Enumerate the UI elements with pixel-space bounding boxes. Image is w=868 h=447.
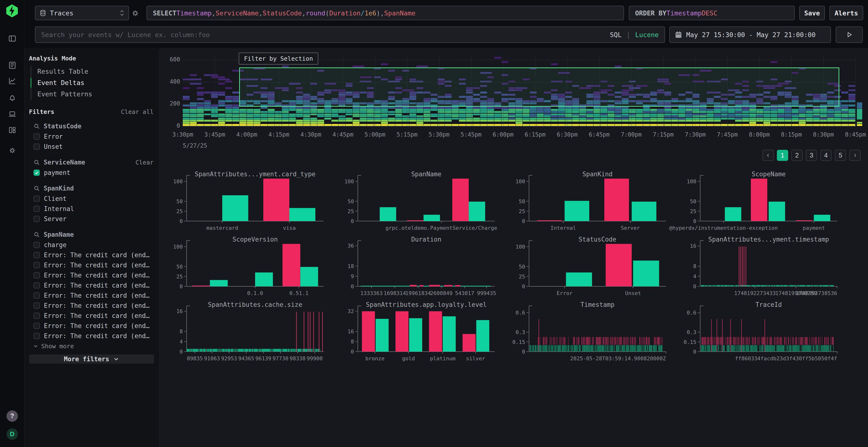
settings-gear-icon[interactable] xyxy=(8,146,17,155)
orderby-clause-editor[interactable]: ORDER BY Timestamp DESC xyxy=(629,6,795,20)
filter-option[interactable]: Error: The credit card (end… xyxy=(24,280,159,290)
dashboards-icon[interactable] xyxy=(8,126,17,134)
checkbox[interactable] xyxy=(33,252,40,258)
pagination-page-1[interactable]: 1 xyxy=(777,150,788,161)
filter-option-label: payment xyxy=(44,169,70,176)
pagination-page-3[interactable]: 3 xyxy=(806,150,817,161)
source-settings-gear-icon[interactable] xyxy=(131,9,140,18)
lang-toggle-sql[interactable]: SQL xyxy=(610,31,622,38)
date-range-picker[interactable]: May 27 15:30:00 - May 27 21:00:00 xyxy=(669,27,831,43)
filter-option[interactable]: Error: The credit card (end… xyxy=(24,331,159,341)
hyperdx-logo-icon[interactable] xyxy=(5,4,19,18)
filter-option[interactable]: Error xyxy=(24,132,159,142)
show-more-toggle[interactable]: Show more xyxy=(24,341,159,351)
delta-chart-TraceId[interactable]: TraceId00.150.30.6ff860334facdb23d3f430f… xyxy=(686,300,857,366)
delta-chart-SpanAttributes.app.loyalty.level[interactable]: SpanAttributes.app.loyalty.level081632br… xyxy=(343,300,515,366)
checkbox[interactable] xyxy=(33,206,40,212)
x-tick-label: 1698314 xyxy=(383,290,406,296)
delta-chart-ScopeName[interactable]: ScopeName02550100@hyperdx/instrumentatio… xyxy=(686,170,857,235)
search-logs-icon[interactable] xyxy=(8,61,17,70)
lang-toggle-lucene[interactable]: Lucene xyxy=(635,31,659,38)
alerts-button[interactable]: Alerts xyxy=(830,6,863,20)
filter-option[interactable]: Error: The credit card (end… xyxy=(24,260,159,270)
chart-title: Duration xyxy=(411,236,441,243)
delta-chart-Timestamp[interactable]: Timestamp00.150.30.62025-05-28T03:59:14.… xyxy=(515,300,686,366)
filter-option[interactable]: Error: The credit card (end… xyxy=(24,290,159,301)
clear-all-filters-link[interactable]: Clear all xyxy=(121,108,154,115)
more-filters-button[interactable]: More filters xyxy=(29,354,154,364)
checkbox[interactable] xyxy=(33,313,40,319)
sql-token: DESC xyxy=(702,9,717,17)
filter-option[interactable]: Internal xyxy=(24,204,159,214)
pagination-page-2[interactable]: 2 xyxy=(791,150,803,161)
bar-teal xyxy=(633,261,659,286)
delta-chart-SpanAttributes...yment.timestamp[interactable]: SpanAttributes...yment.timestamp04816174… xyxy=(686,235,857,300)
bar-teal xyxy=(409,318,422,352)
delta-chart-ScopeVersion[interactable]: ScopeVersion025501000.1.00.51.1 xyxy=(172,235,343,300)
pagination-prev-button[interactable] xyxy=(763,150,774,161)
user-avatar[interactable]: D xyxy=(6,428,18,440)
checkbox[interactable] xyxy=(33,323,40,329)
analysis-mode-event-deltas[interactable]: Event Deltas xyxy=(31,77,159,89)
filter-by-selection-tooltip[interactable]: Filter by Selection xyxy=(239,53,318,65)
checkbox-checked[interactable] xyxy=(33,170,40,176)
chart-title: SpanAttributes.app.loyalty.level xyxy=(366,301,487,308)
delta-chart-Duration[interactable]: Duration09183613333631698314199618342600… xyxy=(343,235,515,300)
heatmap-selection-box[interactable] xyxy=(239,67,839,107)
delta-chart-SpanAttributes...yment.card_type[interactable]: SpanAttributes...yment.card_type02550100… xyxy=(172,170,343,235)
checkbox[interactable] xyxy=(33,303,40,309)
chart-title: SpanName xyxy=(411,171,441,178)
filter-option[interactable]: charge xyxy=(24,240,159,250)
save-button[interactable]: Save xyxy=(799,6,825,20)
y-tick-label: 100 xyxy=(344,178,354,184)
checkbox[interactable] xyxy=(33,293,40,299)
filter-option-label: Error: The credit card (end… xyxy=(44,282,150,289)
filter-option[interactable]: Client xyxy=(24,194,159,204)
clear-filter-link[interactable]: Clear xyxy=(135,159,154,166)
heatmap-x-tick-label: 8:30pm xyxy=(807,131,840,138)
filter-option[interactable]: Error: The credit card (end… xyxy=(24,270,159,280)
checkbox[interactable] xyxy=(33,282,40,288)
delta-chart-StatusCode[interactable]: StatusCode02550100ErrorUnset xyxy=(515,235,686,300)
heatmap-x-tick-label: 6:00pm xyxy=(486,131,520,138)
sql-token: 1e6 xyxy=(365,9,376,17)
pagination-page-5[interactable]: 5 xyxy=(835,150,846,161)
x-tick-label: silver xyxy=(466,355,485,362)
analysis-mode-event-patterns[interactable]: Event Patterns xyxy=(31,89,159,100)
checkbox[interactable] xyxy=(33,143,40,150)
x-tick-label: visa xyxy=(283,225,296,231)
checkbox[interactable] xyxy=(33,133,40,140)
delta-chart-SpanName[interactable]: SpanName02550100grpc.oteldemo.PaymentSer… xyxy=(343,170,515,235)
sessions-laptop-icon[interactable] xyxy=(8,110,17,118)
checkbox[interactable] xyxy=(33,196,40,202)
filter-option[interactable]: payment xyxy=(24,168,159,178)
source-select[interactable]: Traces xyxy=(35,6,129,20)
filter-option[interactable]: Error: The credit card (end… xyxy=(24,321,159,331)
alerts-bell-icon[interactable] xyxy=(8,93,17,102)
pagination-page-4[interactable]: 4 xyxy=(820,150,832,161)
analysis-mode-results-table[interactable]: Results Table xyxy=(31,66,159,77)
filter-option[interactable]: Error: The credit card (end… xyxy=(24,311,159,321)
y-tick-label: 50 xyxy=(519,264,525,270)
select-clause-editor[interactable]: SELECT Timestamp,ServiceName,StatusCode,… xyxy=(147,6,624,20)
filter-option[interactable]: Server xyxy=(24,214,159,224)
chart-explorer-icon[interactable] xyxy=(8,77,17,85)
filter-option[interactable]: Unset xyxy=(24,142,159,152)
filter-option[interactable]: Error: The credit card (end… xyxy=(24,301,159,311)
y-tick-label: 0 xyxy=(351,218,354,224)
checkbox[interactable] xyxy=(33,216,40,222)
checkbox[interactable] xyxy=(33,272,40,278)
panel-toggle-icon[interactable] xyxy=(8,34,17,43)
search-input[interactable] xyxy=(41,31,607,38)
checkbox[interactable] xyxy=(33,262,40,268)
delta-chart-SpanKind[interactable]: SpanKind02550100InternalServer xyxy=(515,170,686,235)
help-button[interactable]: ? xyxy=(6,410,18,422)
chart-title: SpanAttributes.cache.size xyxy=(208,301,302,308)
delta-chart-SpanAttributes.cache.size[interactable]: SpanAttributes.cache.size048168983591063… xyxy=(172,300,343,366)
y-tick-label: 0 xyxy=(522,218,525,224)
checkbox[interactable] xyxy=(33,333,40,339)
checkbox[interactable] xyxy=(33,242,40,248)
run-query-button[interactable] xyxy=(836,27,863,43)
filter-option[interactable]: Error: The credit card (end… xyxy=(24,250,159,260)
pagination-next-button[interactable] xyxy=(849,150,861,161)
